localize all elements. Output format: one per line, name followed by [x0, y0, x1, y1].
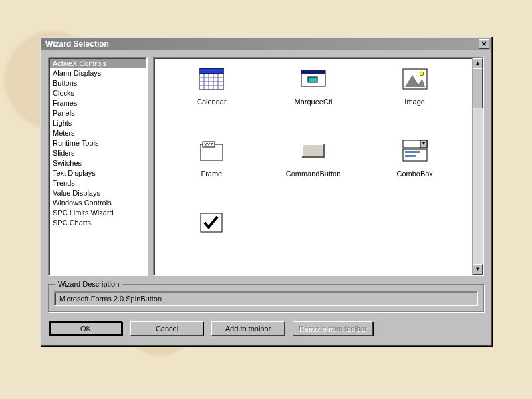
list-item[interactable]: Switches — [50, 158, 146, 168]
list-item[interactable]: Value Displays — [50, 188, 146, 198]
control-item[interactable] — [168, 211, 255, 241]
combobox-icon — [402, 139, 428, 163]
checkbox-icon — [198, 211, 225, 235]
list-item[interactable]: Text Displays — [50, 168, 146, 178]
control-item[interactable]: Calendar — [168, 67, 255, 106]
list-item[interactable]: Panels — [50, 108, 146, 118]
close-button[interactable]: ✕ — [479, 39, 489, 49]
control-item[interactable]: CommandButton — [270, 139, 356, 178]
image-icon — [402, 67, 428, 91]
control-label: MarqueeCtl — [295, 98, 332, 106]
control-item[interactable]: ComboBox — [372, 139, 458, 178]
list-item[interactable]: Trends — [50, 178, 146, 188]
wizard-selection-dialog: Wizard Selection ✕ ActiveX Controls Alar… — [40, 37, 492, 346]
control-label: CommandButton — [286, 170, 341, 178]
list-item[interactable]: SPC Charts — [50, 218, 146, 228]
controls-panel: Calendar MarqueeCtl — [153, 57, 484, 276]
list-item[interactable]: ActiveX Controls — [50, 59, 146, 68]
svg-rect-27 — [405, 151, 420, 153]
list-item[interactable]: Frames — [50, 98, 146, 108]
svg-point-14 — [420, 72, 424, 76]
scroll-up-button[interactable]: ▲ — [473, 58, 483, 68]
svg-rect-18 — [302, 144, 325, 158]
scroll-down-button[interactable]: ▼ — [473, 264, 483, 275]
marquee-icon — [300, 67, 327, 91]
ok-button[interactable]: OK — [49, 321, 122, 336]
control-label: Calendar — [197, 98, 227, 106]
button-icon — [300, 139, 327, 163]
add-to-toolbar-button[interactable]: Add to toolbar — [211, 321, 285, 336]
control-label: Frame — [201, 170, 222, 178]
frame-icon: XYZ — [198, 139, 225, 163]
list-item[interactable]: Buttons — [50, 78, 146, 88]
dialog-title: Wizard Selection — [45, 39, 109, 49]
cancel-button[interactable]: Cancel — [130, 321, 203, 336]
group-legend: Wizard Description — [55, 280, 122, 288]
scroll-thumb[interactable] — [473, 68, 483, 108]
category-listbox[interactable]: ActiveX Controls Alarm Displays Buttons … — [48, 57, 148, 276]
svg-text:XYZ: XYZ — [204, 142, 213, 147]
calendar-icon — [198, 67, 225, 91]
list-item[interactable]: Clocks — [50, 88, 146, 98]
control-item[interactable]: XYZ Frame — [168, 139, 255, 178]
titlebar[interactable]: Wizard Selection ✕ — [41, 38, 491, 50]
svg-rect-28 — [405, 155, 416, 157]
list-item[interactable]: SPC Limits Wizard — [50, 208, 146, 218]
list-item[interactable]: Alarm Displays — [50, 68, 146, 78]
svg-rect-11 — [308, 77, 317, 82]
scrollbar[interactable]: ▲ ▼ — [472, 58, 483, 275]
wizard-description-text: Microsoft Forms 2.0 SpinButton — [54, 291, 478, 306]
control-label: Image — [404, 98, 425, 106]
svg-rect-10 — [301, 70, 325, 74]
list-item[interactable]: Sliders — [50, 148, 146, 158]
list-item[interactable]: Lights — [50, 118, 146, 128]
scroll-track[interactable] — [473, 68, 483, 264]
control-item[interactable]: Image — [372, 67, 458, 106]
list-item[interactable]: Runtime Tools — [50, 138, 146, 148]
control-label: ComboBox — [396, 170, 432, 178]
control-item[interactable]: MarqueeCtl — [270, 67, 356, 106]
list-item[interactable]: Windows Controls — [50, 198, 146, 208]
remove-from-toolbar-button: Remove from toolbar — [293, 321, 373, 336]
svg-rect-1 — [200, 68, 223, 74]
wizard-description-group: Wizard Description Microsoft Forms 2.0 S… — [48, 284, 484, 312]
list-item[interactable]: Meters — [50, 128, 146, 138]
